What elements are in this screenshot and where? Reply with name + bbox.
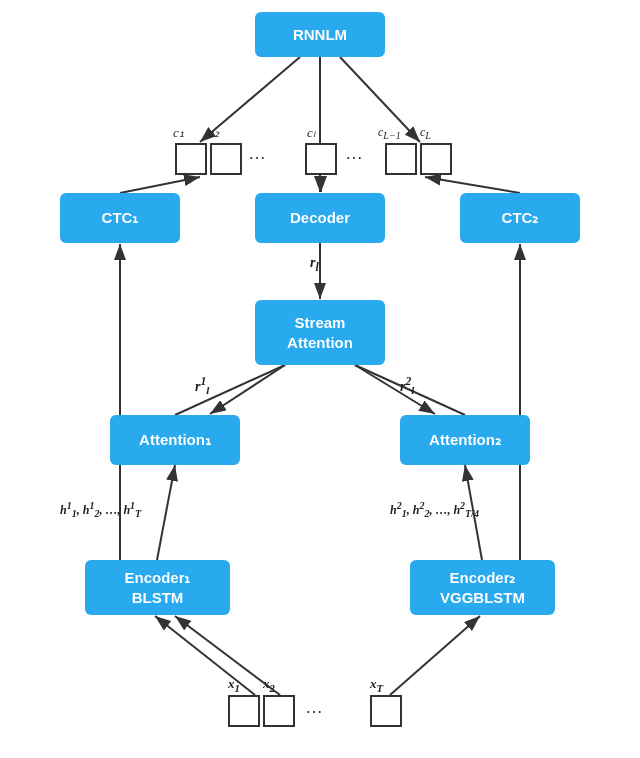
svg-line-10: [355, 365, 435, 414]
rl2-label: r2l: [400, 375, 414, 396]
encoder2-box: Encoder₂ VGGBLSTM: [410, 560, 555, 615]
h2-label: h21, h22, …, h2T/4: [390, 500, 479, 519]
decoder-box: Decoder: [255, 193, 385, 243]
c1-label: c₁: [173, 125, 184, 141]
h1-label: h11, h12, …, h1T: [60, 500, 141, 519]
xt-label: xT: [370, 676, 383, 694]
svg-line-17: [155, 616, 255, 695]
c2-box: [210, 143, 242, 175]
ctc2-box: CTC₂: [460, 193, 580, 243]
dots-bottom: …: [305, 697, 323, 718]
cl-minus1-label: cL−1: [378, 125, 401, 141]
x2-box: [263, 695, 295, 727]
attention2-box: Attention₂: [400, 415, 530, 465]
cl-label: cₗ: [307, 125, 315, 141]
diagram-container: RNNLM c₁ c₂ cₗ cL−1 cL … … CTC₁ Decoder …: [0, 0, 640, 758]
xt-box: [370, 695, 402, 727]
cl-minus1-box: [385, 143, 417, 175]
attention1-box: Attention₁: [110, 415, 240, 465]
svg-line-6: [425, 177, 520, 193]
c2-label: c₂: [208, 125, 219, 141]
cl-big-box: [420, 143, 452, 175]
svg-line-11: [175, 365, 285, 415]
c1-box: [175, 143, 207, 175]
svg-line-19: [390, 616, 480, 695]
svg-line-13: [157, 465, 175, 560]
encoder1-box: Encoder₁ BLSTM: [85, 560, 230, 615]
arrows-overlay: [0, 0, 640, 758]
cl-big-label: cL: [420, 125, 431, 141]
x1-label: x1: [228, 676, 240, 694]
cl-box: [305, 143, 337, 175]
x2-label: x2: [263, 676, 275, 694]
dots-top-left: …: [248, 143, 266, 164]
ctc1-box: CTC₁: [60, 193, 180, 243]
rnnlm-box: RNNLM: [255, 12, 385, 57]
rl-label: rl: [310, 255, 319, 274]
x1-box: [228, 695, 260, 727]
rl1-label: r1l: [195, 375, 209, 396]
dots-top-right: …: [345, 143, 363, 164]
svg-line-9: [210, 365, 285, 414]
stream-attention-box: Stream Attention: [255, 300, 385, 365]
svg-line-5: [120, 177, 200, 193]
